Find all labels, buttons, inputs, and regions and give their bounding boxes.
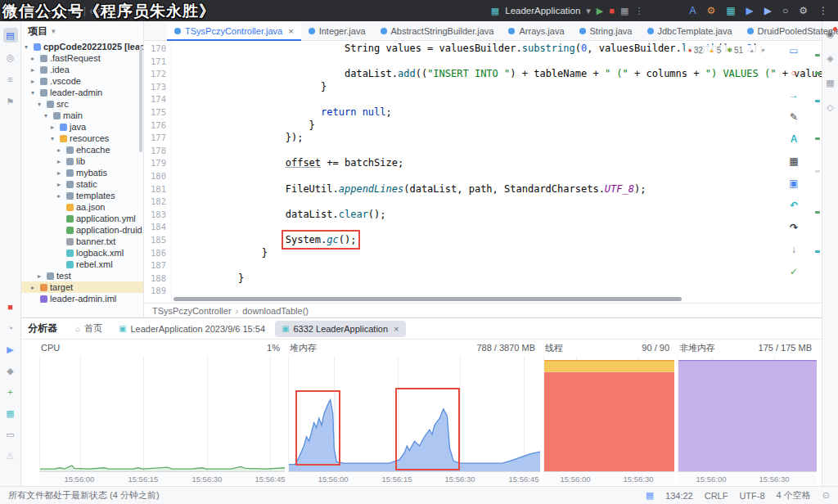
- caret-position[interactable]: 134:22: [665, 491, 693, 501]
- tree-item-leader-admin[interactable]: ▾leader-admin: [21, 87, 143, 98]
- gradle-icon[interactable]: ◇: [823, 100, 838, 115]
- warning-count[interactable]: ▲5: [709, 46, 721, 55]
- run-config-label[interactable]: LeaderApplication: [505, 6, 580, 16]
- undo-icon[interactable]: ↶: [787, 199, 800, 212]
- weak-warning-count[interactable]: ✱51: [727, 46, 743, 55]
- tab-abstractstringbuilder-java[interactable]: AbstractStringBuilder.java: [373, 21, 502, 40]
- commit-icon[interactable]: ◎: [3, 50, 18, 65]
- line-separator[interactable]: CRLF: [705, 491, 728, 501]
- run-config-icon[interactable]: ▦: [491, 6, 499, 16]
- tree-item-idea[interactable]: ▸.idea: [21, 64, 143, 75]
- code-line[interactable]: }: [214, 81, 822, 94]
- tree-item-main[interactable]: ▾main: [21, 110, 143, 121]
- error-count[interactable]: ●32: [688, 46, 703, 55]
- mosaic-tool-icon[interactable]: ▦: [787, 155, 800, 168]
- editor-h-scrollbar[interactable]: [173, 297, 809, 301]
- circle-tool-icon[interactable]: ○: [787, 66, 800, 79]
- stop-button[interactable]: ■: [609, 6, 615, 16]
- tree-item-logback-xml[interactable]: logback.xml: [21, 247, 143, 259]
- build-tool-icon[interactable]: ⚙: [706, 5, 715, 16]
- more-run-actions-icon[interactable]: ⋮: [634, 6, 643, 16]
- text-tool-icon[interactable]: A: [787, 133, 800, 146]
- tree-item-cppcode20221025-leader[interactable]: ▾cppCode20221025 [leader]D:\code\: [21, 41, 143, 52]
- code-line[interactable]: [214, 170, 822, 183]
- code-line[interactable]: }: [214, 247, 822, 260]
- tree-item-static[interactable]: ▸static: [21, 178, 143, 190]
- code-line[interactable]: [214, 196, 822, 209]
- pen-tool-icon[interactable]: ✎: [787, 110, 800, 124]
- send-icon[interactable]: ▶: [746, 5, 754, 16]
- tree-item-application-druid-yml[interactable]: application-druid.yml: [21, 224, 143, 236]
- translate-icon[interactable]: A: [689, 5, 696, 16]
- highlight-tool-icon[interactable]: ▣: [787, 177, 800, 190]
- tab-arrays-java[interactable]: Arrays.java: [501, 21, 571, 40]
- code-line[interactable]: }: [214, 119, 822, 133]
- tree-item-banner-txt[interactable]: banner.txt: [21, 236, 143, 247]
- tree-item-ehcache[interactable]: ▸ehcache: [21, 144, 143, 155]
- project-scrollbar[interactable]: [139, 46, 142, 152]
- prev-problem-icon[interactable]: ▲: [749, 47, 755, 53]
- code-line[interactable]: });: [214, 132, 822, 145]
- run-tool-icon[interactable]: ▶: [3, 342, 18, 357]
- tab-string-java[interactable]: String.java: [572, 21, 640, 40]
- profiler-tab-leaderapplication-2023-9-6-15-54[interactable]: ▣LeaderApplication 2023/9/6 15:54: [112, 321, 272, 337]
- project-icon[interactable]: ▤: [3, 28, 18, 43]
- code-line[interactable]: offset += batchSize;: [214, 157, 822, 170]
- vcs-icon[interactable]: +: [3, 385, 18, 399]
- code-line[interactable]: [214, 93, 822, 106]
- chart-plot-cpu[interactable]: [39, 356, 285, 472]
- error-stripe[interactable]: [813, 41, 822, 303]
- tree-item-leader-admin-iml[interactable]: leader-admin.iml: [21, 293, 143, 304]
- structure-icon[interactable]: ≡: [3, 72, 18, 87]
- code-line[interactable]: [214, 285, 822, 298]
- close-icon[interactable]: ×: [288, 26, 293, 36]
- file-encoding[interactable]: UTF-8: [739, 491, 764, 501]
- indexing-icon[interactable]: ▦: [646, 490, 654, 501]
- tree-item-mybatis[interactable]: ▸mybatis: [21, 167, 143, 178]
- code-line[interactable]: [214, 56, 822, 69]
- scrollbar-thumb[interactable]: [173, 297, 682, 301]
- lock-icon[interactable]: ⊙: [822, 490, 830, 501]
- profiler-tab-首页[interactable]: ⌂首页: [69, 321, 109, 337]
- settings-icon[interactable]: ⚙: [799, 5, 808, 16]
- breadcrumb-item-downloadtable[interactable]: downloadTable(): [242, 306, 309, 316]
- code-line[interactable]: [214, 259, 822, 272]
- tree-item-templates[interactable]: ▸templates: [21, 190, 143, 201]
- chart-plot-heap[interactable]: [288, 356, 540, 472]
- tree-item-vscode[interactable]: ▸.vscode: [21, 75, 143, 87]
- database-icon[interactable]: ▦: [3, 406, 18, 421]
- run-button[interactable]: ▶: [597, 6, 603, 16]
- tree-item-resources[interactable]: ▾resources: [21, 133, 143, 144]
- chart-plot-threads[interactable]: [543, 356, 674, 472]
- code-line[interactable]: }: [214, 272, 822, 286]
- project-panel-header[interactable]: 项目 ▾: [21, 21, 143, 41]
- indent-config[interactable]: 4 个空格: [777, 489, 811, 502]
- chart-plot-nonheap[interactable]: [678, 356, 817, 472]
- next-problem-icon[interactable]: ▼: [760, 47, 766, 53]
- plugins-icon[interactable]: ▦: [726, 5, 735, 16]
- profiler-actions-icon[interactable]: ▦: [620, 6, 628, 16]
- code-line[interactable]: System.gc();: [214, 234, 822, 247]
- debug-tool-icon[interactable]: ◆: [3, 363, 18, 378]
- profiler-tab-6332-leaderapplication[interactable]: ▣6332 LeaderApplication×: [275, 321, 405, 337]
- breadcrumb-item-tsyspczycontroller[interactable]: TSysPczyController: [152, 306, 232, 316]
- notifications-icon[interactable]: ◉: [823, 26, 838, 41]
- tree-item-rebel-xml[interactable]: rebel.xml: [21, 259, 143, 270]
- chevron-down-icon[interactable]: ▾: [586, 6, 591, 16]
- redo-icon[interactable]: ↷: [787, 221, 800, 234]
- tree-item-fastrequest[interactable]: ▸.fastRequest: [21, 52, 143, 64]
- ai-assistant-icon[interactable]: ◈: [823, 51, 838, 65]
- close-icon[interactable]: ×: [394, 324, 399, 334]
- code-editor[interactable]: 1701711721731741751761771781791801811821…: [144, 41, 822, 303]
- tree-item-src[interactable]: ▾src: [21, 98, 143, 110]
- send-alt-icon[interactable]: ▶: [764, 5, 772, 16]
- bookmarks-icon[interactable]: ⚑: [3, 94, 18, 109]
- save-icon[interactable]: ↓: [787, 243, 800, 256]
- terminal-icon[interactable]: ▭: [3, 427, 18, 442]
- inspections-widget[interactable]: ●32▲5✱51▲▼: [685, 45, 769, 56]
- code-line[interactable]: dataList.add(("INSERT INTO ") + tableNam…: [214, 68, 822, 81]
- tree-item-test[interactable]: ▸test: [21, 270, 143, 281]
- tree-item-target[interactable]: ▸target: [21, 281, 143, 293]
- tree-item-java[interactable]: ▸java: [21, 121, 143, 133]
- code-line[interactable]: return null;: [214, 106, 822, 119]
